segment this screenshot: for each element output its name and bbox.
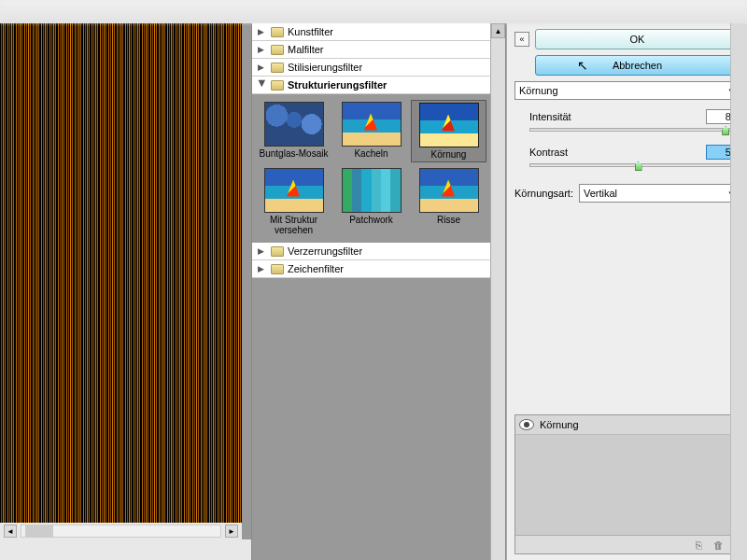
scroll-right-icon[interactable]: ► (225, 525, 238, 538)
filter-thumbnails: Buntglas-Mosaik Kacheln Körnung Mit Stru… (252, 94, 490, 243)
folder-icon (271, 80, 284, 91)
tree-item-stilisierungsfilter[interactable]: ▶Stilisierungsfilter (252, 59, 490, 77)
thumb-preview (419, 168, 479, 213)
disclosure-icon: ▶ (258, 63, 267, 72)
tree-v-scrollbar[interactable]: ▲ (490, 23, 505, 560)
grain-type-row: Körnungsart: Vertikal ▼ (514, 184, 740, 203)
thumb-patchwork[interactable]: Patchwork (333, 166, 409, 237)
control-panel: « OK ↖ Abbrechen Körnung ▼ Intensität (506, 23, 747, 560)
disclosure-icon: ▶ (258, 246, 267, 256)
thumb-kacheln[interactable]: Kacheln (333, 100, 409, 162)
collapse-panel-button[interactable]: « (514, 32, 529, 47)
preview-image[interactable] (0, 23, 242, 523)
filter-tree-panel: ▶Kunstfilter ▶Malfilter ▶Stilisierungsfi… (252, 23, 506, 560)
disclosure-icon: ▶ (258, 27, 267, 36)
folder-icon (271, 45, 284, 55)
tree-label: Zeichenfilter (288, 263, 344, 274)
layer-empty-area (515, 435, 739, 535)
dropdown-value: Körnung (519, 85, 558, 96)
window-titlebar (0, 0, 747, 23)
cancel-label: Abbrechen (613, 60, 662, 71)
intensity-group: Intensität (514, 105, 740, 135)
folder-icon (271, 27, 284, 37)
cancel-button[interactable]: ↖ Abbrechen (535, 55, 740, 76)
intensity-slider[interactable] (529, 128, 740, 132)
disclosure-icon: ▶ (258, 80, 267, 90)
folder-icon (271, 63, 284, 73)
effect-layers-panel: Körnung ⎘ 🗑 (514, 414, 740, 554)
new-layer-icon[interactable]: ⎘ (696, 539, 702, 551)
contrast-group: Kontrast (514, 141, 740, 171)
thumb-preview (264, 168, 324, 213)
disclosure-icon: ▶ (258, 45, 267, 54)
tree-item-strukturierungsfilter[interactable]: ▶Strukturierungsfilter (252, 77, 490, 94)
tree-label: Malfilter (288, 44, 324, 55)
preview-panel: ◄ ► (0, 23, 252, 560)
preview-h-scrollbar[interactable]: ◄ ► (0, 523, 242, 539)
thumb-preview (342, 102, 402, 147)
thumb-mit-struktur[interactable]: Mit Struktur versehen (256, 166, 331, 237)
folder-icon (271, 264, 284, 274)
grain-type-dropdown[interactable]: Vertikal ▼ (579, 184, 740, 203)
layer-row[interactable]: Körnung (515, 415, 739, 435)
layer-name: Körnung (540, 419, 579, 430)
intensity-slider-handle[interactable] (722, 126, 729, 135)
contrast-slider-handle[interactable] (635, 161, 642, 171)
trash-icon[interactable]: 🗑 (713, 539, 724, 551)
scroll-left-icon[interactable]: ◄ (4, 525, 17, 538)
thumb-buntglas-mosaik[interactable]: Buntglas-Mosaik (256, 100, 331, 162)
thumb-preview (419, 103, 479, 147)
scroll-track[interactable] (21, 525, 221, 538)
thumb-label: Patchwork (335, 215, 407, 225)
thumb-preview (342, 168, 402, 213)
thumb-label: Buntglas-Mosaik (258, 148, 330, 159)
contrast-label: Kontrast (529, 147, 568, 158)
thumb-label: Kacheln (335, 148, 407, 159)
thumb-risse[interactable]: Risse (411, 166, 486, 237)
folder-icon (271, 246, 284, 257)
filter-tree: ▶Kunstfilter ▶Malfilter ▶Stilisierungsfi… (252, 23, 505, 560)
layer-footer: ⎘ 🗑 (515, 535, 739, 553)
tree-label: Strukturierungsfilter (288, 79, 387, 91)
disclosure-icon: ▶ (258, 264, 267, 273)
right-edge-panel (730, 23, 747, 560)
visibility-eye-icon[interactable] (519, 419, 534, 430)
intensity-label: Intensität (529, 111, 571, 122)
thumb-label: Körnung (414, 149, 484, 160)
ok-label: OK (630, 34, 645, 45)
tree-item-malfilter[interactable]: ▶Malfilter (252, 41, 490, 59)
scroll-thumb[interactable] (25, 525, 53, 537)
thumb-koernung[interactable]: Körnung (411, 100, 486, 162)
cursor-icon: ↖ (577, 58, 588, 73)
tree-item-zeichenfilter[interactable]: ▶Zeichenfilter (252, 260, 490, 278)
thumb-label: Risse (413, 215, 485, 225)
tree-item-kunstfilter[interactable]: ▶Kunstfilter (252, 23, 490, 41)
zoom-bar (0, 539, 251, 560)
tree-label: Stilisierungsfilter (288, 62, 362, 73)
dropdown-value: Vertikal (584, 188, 617, 199)
grain-type-label: Körnungsart: (514, 188, 573, 199)
ok-button[interactable]: OK (535, 29, 740, 49)
tree-item-verzerrungsfilter[interactable]: ▶Verzerrungsfilter (252, 243, 490, 260)
filter-select-dropdown[interactable]: Körnung ▼ (514, 81, 740, 100)
scroll-up-icon[interactable]: ▲ (491, 23, 505, 38)
tree-label: Kunstfilter (288, 26, 333, 37)
main-area: ◄ ► ▶Kunstfilter ▶Malfilter ▶Stilisierun… (0, 23, 747, 560)
thumb-label: Mit Struktur versehen (258, 215, 330, 235)
tree-label: Verzerrungsfilter (288, 245, 362, 257)
thumb-preview (264, 102, 324, 147)
contrast-slider[interactable] (529, 163, 740, 167)
